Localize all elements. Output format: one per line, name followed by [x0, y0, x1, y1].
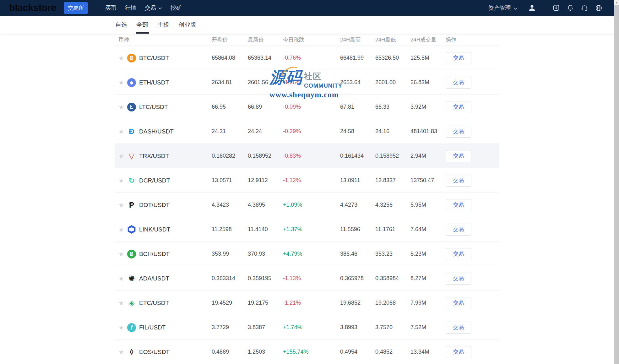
nav-item-1[interactable]: 行情	[125, 4, 136, 12]
favorite-star-icon[interactable]: ★	[118, 299, 125, 307]
pair-label[interactable]: LINK/USDT	[139, 226, 170, 233]
volume-24h: 26.83M	[410, 79, 446, 86]
favorite-star-icon[interactable]: ★	[118, 250, 125, 258]
tab-0[interactable]: 自选	[115, 16, 127, 34]
high-24h: 24.58	[340, 128, 375, 135]
trade-button[interactable]: 交易	[446, 126, 471, 138]
table-header-row: 币种 开盘价 最新价 今日涨跌 24H最高 24H最低 24H成交量 操作	[115, 34, 499, 46]
favorite-star-icon[interactable]: ★	[118, 152, 125, 160]
pair-label[interactable]: DOT/USDT	[139, 202, 170, 209]
coin-cell: ★ LINK/USDT	[115, 225, 212, 234]
trade-button[interactable]: 交易	[446, 297, 471, 309]
pair-label[interactable]: LTC/USDT	[139, 104, 168, 111]
daily-change: +4.79%	[283, 251, 340, 257]
trx-coin-icon: ▽	[127, 152, 136, 160]
last-price: 1.2503	[248, 349, 283, 355]
nav-item-2[interactable]: 交易	[145, 4, 162, 12]
trade-button[interactable]: 交易	[446, 199, 471, 211]
table-row: ★ Ᵽ DOT/USDT 4.3423 4.3895 +1.09% 4.4273…	[115, 193, 499, 217]
favorite-star-icon[interactable]: ★	[118, 54, 125, 62]
trade-button[interactable]: 交易	[446, 248, 471, 260]
favorite-star-icon[interactable]: ★	[118, 226, 125, 233]
pair-label[interactable]: ADA/USDT	[139, 275, 169, 282]
favorite-star-icon[interactable]: ★	[118, 348, 125, 356]
volume-24h: 7.64M	[410, 226, 446, 233]
trade-button[interactable]: 交易	[446, 101, 471, 113]
exchange-button[interactable]: 交易所	[64, 2, 88, 14]
tab-3[interactable]: 创业版	[178, 16, 196, 34]
brand-logo[interactable]: blackstore	[9, 0, 56, 16]
assets-menu[interactable]: 资产管理	[488, 4, 518, 12]
nav-item-3[interactable]: 挖矿	[171, 4, 182, 12]
pair-label[interactable]: ETH/USDT	[139, 79, 169, 86]
high-24h: 0.365978	[340, 275, 375, 282]
trade-button[interactable]: 交易	[446, 52, 471, 64]
pair-label[interactable]: TRX/USDT	[139, 153, 169, 160]
favorite-star-icon[interactable]: ★	[118, 128, 125, 135]
table-row: ★ ƒ FIL/USDT 3.7729 3.8387 +1.74% 3.8993…	[115, 315, 499, 340]
tab-2[interactable]: 主板	[157, 16, 169, 34]
open-price: 2634.81	[212, 79, 248, 86]
favorite-star-icon[interactable]: ★	[118, 275, 125, 282]
action-cell: 交易	[446, 150, 499, 162]
scroll-up-arrow[interactable]: ▲	[614, 0, 619, 5]
trade-button[interactable]: 交易	[446, 346, 471, 358]
trade-button[interactable]: 交易	[446, 224, 471, 236]
trade-button[interactable]: 交易	[446, 77, 471, 89]
open-price: 0.160282	[212, 153, 248, 159]
pair-label[interactable]: ETC/USDT	[139, 300, 169, 307]
pair-label[interactable]: BCH/USDT	[139, 251, 170, 258]
download-icon[interactable]	[552, 4, 560, 12]
table-row: ★ Đ DASH/USDT 24.31 24.24 -0.29% 24.58 2…	[115, 119, 499, 144]
coin-cell: ★ Ᵽ DOT/USDT	[115, 201, 212, 209]
pair-label[interactable]: BTC/USDT	[139, 55, 169, 62]
action-cell: 交易	[446, 297, 499, 309]
daily-change: -0.83%	[283, 153, 340, 159]
support-headset-icon[interactable]	[580, 4, 589, 12]
favorite-star-icon[interactable]: ★	[118, 103, 125, 111]
trade-button[interactable]: 交易	[446, 322, 471, 334]
coin-cell: ★ Ł LTC/USDT	[115, 103, 212, 111]
volume-24h: 7.52M	[410, 324, 446, 331]
scrollbar-thumb[interactable]	[614, 5, 619, 364]
favorite-star-icon[interactable]: ★	[118, 201, 125, 209]
last-price: 0.359195	[248, 275, 283, 282]
low-24h: 0.4852	[375, 349, 410, 355]
low-24h: 3.7570	[375, 324, 410, 331]
market-table: 币种 开盘价 最新价 今日涨跌 24H最高 24H最低 24H成交量 操作 ★ …	[115, 34, 499, 364]
trade-button[interactable]: 交易	[446, 175, 471, 187]
daily-change: +1.37%	[283, 226, 340, 233]
pair-label[interactable]: EOS/USDT	[139, 349, 170, 356]
nav-item-label: 行情	[125, 4, 136, 12]
header-high: 24H最高	[340, 36, 375, 43]
nav-item-label: 买币	[105, 4, 117, 12]
scrollbar[interactable]: ▲	[614, 0, 619, 364]
coin-cell: ★ ↻ DCR/USDT	[115, 176, 212, 185]
market-tabs: 自选全部主板创业版	[0, 16, 619, 34]
tab-1[interactable]: 全部	[136, 16, 148, 34]
bell-icon[interactable]	[566, 4, 574, 12]
volume-24h: 481401.83	[410, 128, 446, 135]
user-icon[interactable]	[528, 4, 536, 12]
low-24h: 0.158952	[375, 153, 410, 159]
favorite-star-icon[interactable]: ★	[118, 324, 125, 331]
pair-label[interactable]: DCR/USDT	[139, 177, 170, 184]
favorite-star-icon[interactable]: ★	[118, 177, 125, 184]
open-price: 0.363314	[212, 275, 248, 282]
header-open: 开盘价	[212, 36, 248, 43]
low-24h: 4.3256	[375, 202, 410, 208]
high-24h: 2653.64	[340, 79, 375, 86]
open-price: 13.0571	[212, 177, 248, 184]
main-nav: 买币行情交易挖矿	[105, 4, 182, 12]
pair-label[interactable]: DASH/USDT	[139, 128, 174, 135]
header-change: 今日涨跌	[283, 36, 340, 43]
low-24h: 19.2068	[375, 300, 410, 306]
trade-button[interactable]: 交易	[446, 150, 471, 162]
nav-item-0[interactable]: 买币	[105, 4, 117, 12]
favorite-star-icon[interactable]: ★	[118, 79, 125, 86]
language-globe-icon[interactable]	[595, 4, 603, 12]
trade-button[interactable]: 交易	[446, 273, 471, 285]
pair-label[interactable]: FIL/USDT	[139, 324, 166, 331]
high-24h: 0.161434	[340, 153, 375, 159]
coin-cell: ★ ✺ ADA/USDT	[115, 274, 212, 283]
